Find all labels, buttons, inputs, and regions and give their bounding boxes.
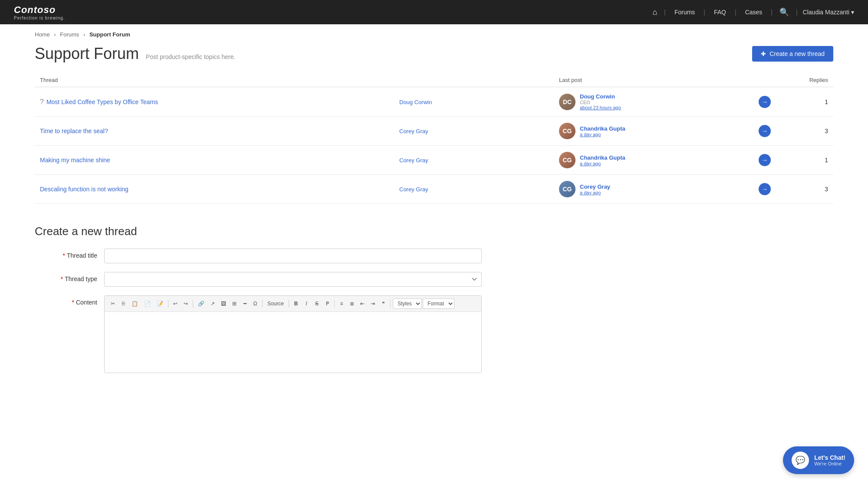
last-post-name: Chandrika Gupta <box>580 154 625 161</box>
user-name: Claudia Mazzanti <box>803 9 849 16</box>
create-thread-label: Create a new thread <box>769 50 825 57</box>
toolbar-paste-text[interactable]: 📄 <box>141 299 153 308</box>
last-post-avatar: DC <box>559 94 575 110</box>
toolbar-outdent[interactable]: ⇤ <box>358 299 367 308</box>
nav-right: ⌂ | Forums | FAQ | Cases | 🔍 | Claudia M… <box>651 7 854 17</box>
user-menu[interactable]: Claudia Mazzanti ▾ <box>803 9 854 16</box>
last-post-avatar: CG <box>559 181 575 197</box>
thread-arrow-button[interactable]: → <box>759 125 771 137</box>
breadcrumb-forums[interactable]: Forums <box>60 31 79 38</box>
toolbar-separator-1 <box>168 300 168 308</box>
table-header: Thread Last post Replies <box>35 73 833 87</box>
toolbar-remove-format[interactable]: Ᵽ <box>322 299 332 308</box>
toolbar-unlink[interactable]: ↗ <box>208 299 217 308</box>
last-post-name: Doug Corwin <box>580 93 621 100</box>
toolbar-hr[interactable]: ━ <box>240 299 250 308</box>
col-thread: Thread <box>35 73 394 87</box>
form-row-title: *Thread title <box>35 249 833 263</box>
breadcrumb-home[interactable]: Home <box>35 31 50 38</box>
create-form-title: Create a new thread <box>35 225 833 238</box>
thread-type-label: *Thread type <box>35 272 104 282</box>
toolbar-undo[interactable]: ↩ <box>171 299 180 308</box>
toolbar-styles-select[interactable]: Styles <box>393 298 422 309</box>
last-post-info: Corey Graya day ago <box>580 183 610 195</box>
last-post-time: a day ago <box>580 161 625 166</box>
thread-arrow-button[interactable]: → <box>759 96 771 108</box>
nav-cases[interactable]: Cases <box>742 9 766 16</box>
thread-author: Corey Gray <box>399 157 428 164</box>
toolbar-ordered-list[interactable]: ≣ <box>347 299 357 308</box>
last-post-time: about 23 hours ago <box>580 105 621 110</box>
toolbar-paste[interactable]: 📋 <box>129 299 141 308</box>
home-icon[interactable]: ⌂ <box>651 8 659 17</box>
thread-title-link[interactable]: Time to replace the seal? <box>40 128 108 134</box>
thread-icon: ? <box>40 98 44 106</box>
form-row-content: *Content ✂ ⎘ 📋 📄 📝 ↩ ↪ 🔗 ↗ <box>35 295 833 373</box>
toolbar-blockquote[interactable]: ❝ <box>378 299 388 308</box>
create-thread-button[interactable]: ✚ Create a new thread <box>752 46 833 62</box>
thread-replies-count: 1 <box>793 87 833 117</box>
last-post-time: a day ago <box>580 132 625 137</box>
brand-name: Contoso <box>14 4 65 16</box>
thread-title-link[interactable]: Making my machine shine <box>40 157 110 164</box>
toolbar-source[interactable]: Source <box>265 299 286 308</box>
toolbar-special-char[interactable]: Ω <box>250 299 260 308</box>
thread-title-cell: Making my machine shine <box>40 157 389 164</box>
toolbar-italic[interactable]: I <box>302 299 311 308</box>
thread-title-cell: Time to replace the seal? <box>40 128 389 134</box>
toolbar-indent[interactable]: ⇥ <box>368 299 378 308</box>
thread-title-cell: ?Most Liked Coffee Types by Office Teams <box>40 98 389 106</box>
search-icon[interactable]: 🔍 <box>778 7 791 17</box>
toolbar-copy[interactable]: ⎘ <box>118 299 128 308</box>
thread-title-link[interactable]: Most Liked Coffee Types by Office Teams <box>46 98 158 105</box>
col-author <box>394 73 554 87</box>
toolbar-bold[interactable]: B <box>291 299 301 308</box>
nav-forums[interactable]: Forums <box>671 9 698 16</box>
content-editable-area[interactable] <box>105 312 481 373</box>
toolbar-table[interactable]: ⊞ <box>230 299 239 308</box>
col-replies: Replies <box>793 73 833 87</box>
toolbar-image[interactable]: 🖼 <box>218 299 229 308</box>
last-post-time: a day ago <box>580 190 610 195</box>
col-nav <box>753 73 793 87</box>
required-marker-3: * <box>72 299 74 306</box>
thread-title-input[interactable] <box>104 249 482 263</box>
last-post-name: Chandrika Gupta <box>580 125 625 132</box>
form-row-type: *Thread type <box>35 272 833 287</box>
logo[interactable]: Contoso Perfection is brewing. <box>14 4 65 20</box>
thread-author: Doug Corwin <box>399 99 432 105</box>
required-marker: * <box>63 252 65 259</box>
toolbar-separator-2 <box>193 300 193 308</box>
nav-faq[interactable]: FAQ <box>710 9 730 16</box>
toolbar-separator-6 <box>390 300 391 308</box>
table-row: ?Most Liked Coffee Types by Office Teams… <box>35 87 833 117</box>
thread-arrow-button[interactable]: → <box>759 183 771 195</box>
breadcrumb: Home › Forums › Support Forum <box>0 24 868 45</box>
thread-type-select[interactable] <box>104 272 482 287</box>
navbar: Contoso Perfection is brewing. ⌂ | Forum… <box>0 0 868 24</box>
forum-title: Support Forum <box>35 45 139 63</box>
plus-icon: ✚ <box>761 50 766 57</box>
toolbar-cut[interactable]: ✂ <box>108 299 118 308</box>
toolbar-strikethrough[interactable]: S <box>312 299 322 308</box>
rich-text-editor: ✂ ⎘ 📋 📄 📝 ↩ ↪ 🔗 ↗ 🖼 ⊞ ━ Ω <box>104 295 482 373</box>
toolbar-unordered-list[interactable]: ≡ <box>337 299 346 308</box>
last-post-info: Chandrika Guptaa day ago <box>580 125 625 137</box>
toolbar-link[interactable]: 🔗 <box>195 299 207 308</box>
toolbar-redo[interactable]: ↪ <box>181 299 191 308</box>
thread-title-label: *Thread title <box>35 249 104 259</box>
thread-type-field-wrapper <box>104 272 482 287</box>
last-post-info: Doug CorwinCEOabout 23 hours ago <box>580 93 621 110</box>
content-label: *Content <box>35 295 104 306</box>
last-post-info: Chandrika Guptaa day ago <box>580 154 625 166</box>
last-post-role: CEO <box>580 100 621 105</box>
toolbar-format-select[interactable]: Format <box>423 298 454 309</box>
thread-title-link[interactable]: Descaling function is not working <box>40 186 128 193</box>
last-post-avatar: CG <box>559 123 575 139</box>
toolbar-paste-word[interactable]: 📝 <box>154 299 166 308</box>
brand-tagline: Perfection is brewing. <box>14 16 65 20</box>
thread-arrow-button[interactable]: → <box>759 154 771 166</box>
thread-replies-count: 3 <box>793 175 833 204</box>
breadcrumb-current: Support Forum <box>89 31 130 38</box>
required-marker-2: * <box>61 275 63 282</box>
